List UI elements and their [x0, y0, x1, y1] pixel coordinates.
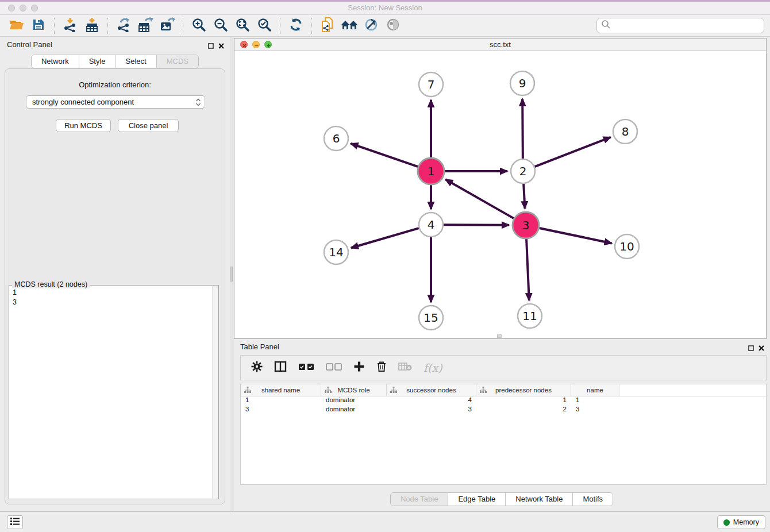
tab-node-table[interactable]: Node Table	[391, 493, 448, 506]
task-history-button[interactable]	[7, 515, 23, 529]
toolbar-separator	[54, 18, 55, 34]
column-header-mcds-role[interactable]: MCDS role	[321, 384, 387, 396]
table-panel-tabs: Node Table Edge Table Network Table Moti…	[233, 492, 770, 506]
close-panel-button[interactable]: Close panel	[118, 119, 179, 132]
window-titlebar: Session: New Session	[0, 0, 770, 15]
table-panel-header: Table Panel	[233, 339, 770, 355]
search-box	[596, 18, 764, 33]
tab-mcds[interactable]: MCDS	[156, 55, 198, 68]
canvas-resize-grip[interactable]	[497, 334, 502, 338]
sitemap-icon	[390, 387, 397, 395]
graph-node-4[interactable]: 4	[419, 213, 443, 237]
export-network-button[interactable]	[113, 16, 134, 36]
graph-node-11[interactable]: 11	[518, 304, 542, 328]
network-canvas[interactable]: 7968124314101511	[234, 51, 766, 338]
tab-motifs[interactable]: Motifs	[572, 493, 613, 506]
svg-text:2: 2	[519, 164, 527, 178]
import-table-icon	[84, 17, 99, 34]
import-table-button[interactable]	[81, 16, 103, 36]
graph-edge-3-11[interactable]	[526, 239, 529, 300]
refresh-button[interactable]	[285, 16, 307, 36]
float-panel-icon[interactable]	[748, 343, 754, 353]
graph-edge-2-9[interactable]	[522, 99, 523, 159]
criterion-dropdown[interactable]: strongly connected component	[26, 95, 205, 109]
column-header-shared-name[interactable]: shared name	[241, 384, 321, 396]
table-settings-button[interactable]	[251, 361, 263, 375]
search-input[interactable]	[611, 20, 764, 32]
graph-edge-3-1[interactable]	[445, 179, 514, 218]
graph-node-8[interactable]: 8	[613, 119, 637, 144]
first-neighbors-button[interactable]	[338, 16, 360, 36]
show-graphics-details-button[interactable]	[382, 16, 404, 36]
import-network-button[interactable]	[59, 16, 81, 36]
graph-edge-2-8[interactable]	[535, 137, 611, 167]
clone-network-icon	[320, 17, 335, 35]
export-table-button[interactable]	[134, 16, 156, 36]
graph-node-14[interactable]: 14	[324, 240, 348, 264]
graph-edge-2-3[interactable]	[523, 184, 525, 209]
clone-network-button[interactable]	[317, 16, 338, 36]
tab-network[interactable]: Network	[32, 55, 79, 68]
function-builder-button[interactable]: f(x)	[424, 361, 442, 374]
cell-mcds-role: dominator	[321, 396, 387, 406]
tab-style[interactable]: Style	[79, 55, 116, 68]
zoom-out-button[interactable]	[210, 16, 232, 36]
graph-edge-4-14[interactable]	[351, 228, 419, 248]
memory-button[interactable]: Memory	[717, 515, 765, 529]
graph-node-10[interactable]: 10	[615, 234, 639, 259]
svg-text:4: 4	[428, 218, 435, 232]
svg-text:6: 6	[333, 132, 340, 145]
float-panel-icon[interactable]	[208, 41, 214, 51]
graph-node-7[interactable]: 7	[419, 72, 443, 97]
split-columns-icon	[274, 364, 287, 374]
cell-shared-name: 3	[241, 406, 321, 415]
open-session-button[interactable]	[6, 16, 28, 36]
table-row[interactable]: 1 dominator 4 1 1	[241, 396, 766, 406]
zoom-in-icon	[191, 17, 206, 34]
deselect-all-columns-button[interactable]	[326, 363, 342, 373]
table-row[interactable]: 3 dominator 3 2 3	[241, 406, 766, 415]
zoom-fit-button[interactable]	[232, 16, 253, 36]
close-panel-icon[interactable]	[218, 41, 224, 51]
zoom-selected-button[interactable]	[253, 16, 275, 36]
save-session-button[interactable]	[28, 16, 49, 36]
result-scrollbar[interactable]	[212, 286, 218, 498]
network-view-title: scc.txt	[234, 40, 766, 49]
gear-icon	[251, 364, 263, 374]
control-panel-title: Control Panel	[7, 40, 52, 49]
zoom-in-button[interactable]	[188, 16, 210, 36]
delete-table-button[interactable]	[398, 362, 412, 373]
tab-select[interactable]: Select	[116, 55, 156, 68]
checked-boxes-icon	[298, 363, 314, 372]
close-panel-icon[interactable]	[759, 343, 764, 353]
graph-edge-4-3[interactable]	[444, 225, 509, 225]
graph-node-1[interactable]: 1	[418, 158, 444, 184]
graph-node-3[interactable]: 3	[513, 212, 539, 238]
save-floppy-icon	[32, 18, 45, 34]
network-canvas-svg: 7968124314101511	[234, 51, 766, 338]
zoom-fit-icon	[235, 17, 250, 34]
mcds-result-text[interactable]: 1 3	[9, 287, 211, 499]
toolbar-separator	[280, 18, 280, 34]
tab-edge-table[interactable]: Edge Table	[448, 493, 505, 506]
graph-node-6[interactable]: 6	[324, 126, 348, 151]
column-header-predecessor-nodes[interactable]: predecessor nodes	[476, 384, 571, 396]
graph-edge-3-10[interactable]	[539, 228, 611, 244]
tab-network-table[interactable]: Network Table	[505, 493, 572, 506]
graph-edge-1-6[interactable]	[351, 144, 418, 167]
table-header-row: shared name MCDS role successor nodes pr…	[241, 384, 766, 396]
graph-node-9[interactable]: 9	[510, 71, 534, 95]
delete-table-icon	[398, 363, 412, 373]
run-mcds-button[interactable]: Run MCDS	[56, 119, 111, 132]
export-image-button[interactable]	[156, 16, 178, 36]
splitter-grip[interactable]	[230, 267, 233, 282]
column-header-name[interactable]: name	[571, 384, 619, 396]
select-all-columns-button[interactable]	[298, 363, 314, 373]
delete-column-button[interactable]	[376, 361, 387, 375]
graph-node-15[interactable]: 15	[419, 306, 443, 330]
split-columns-button[interactable]	[274, 361, 287, 375]
add-column-button[interactable]	[353, 361, 365, 375]
column-header-successor-nodes[interactable]: successor nodes	[387, 384, 476, 396]
hide-graphics-details-button[interactable]	[360, 16, 382, 36]
graph-node-2[interactable]: 2	[511, 159, 535, 183]
